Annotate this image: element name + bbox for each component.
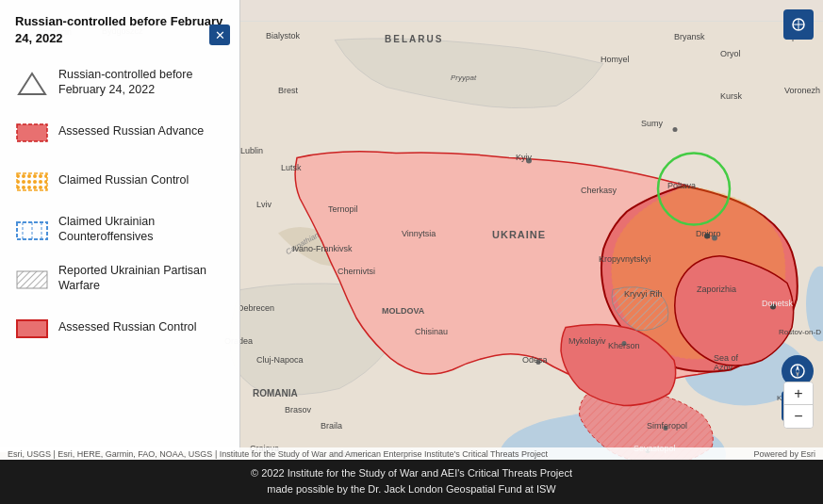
svg-text:Lublin: Lublin xyxy=(240,146,263,155)
claimed-russian-icon xyxy=(15,168,49,196)
svg-text:Braila: Braila xyxy=(321,421,342,431)
svg-text:Chisinau: Chisinau xyxy=(415,327,448,336)
russian-advance-icon xyxy=(15,119,49,147)
legend-item-assessed-russian-ctrl: Assessed Russian Control xyxy=(15,311,224,343)
svg-text:Vinnytsia: Vinnytsia xyxy=(402,229,436,238)
legend-label-assessed-russian-ctrl: Assessed Russian Control xyxy=(58,319,197,334)
svg-text:Homyel: Homyel xyxy=(601,55,630,64)
footer-line1: © 2022 Institute for the Study of War an… xyxy=(9,465,814,482)
svg-text:MOLDOVA: MOLDOVA xyxy=(382,306,425,316)
attribution-text: Esri, USGS | Esri, HERE, Garmin, FAO, NO… xyxy=(8,449,548,459)
svg-text:BELARUS: BELARUS xyxy=(385,34,443,44)
svg-text:Bialystok: Bialystok xyxy=(266,31,301,41)
legend-panel: Russian-controlled before February 24, 2… xyxy=(0,0,240,452)
svg-text:Bryansk: Bryansk xyxy=(674,32,705,41)
svg-text:Debrecen: Debrecen xyxy=(238,303,274,313)
svg-text:Odesa: Odesa xyxy=(522,355,548,365)
svg-text:Simferopol: Simferopol xyxy=(647,421,687,431)
legend-item-claimed-russian: Claimed Russian Control xyxy=(15,164,224,196)
svg-text:Cherkasy: Cherkasy xyxy=(581,186,617,195)
map-icon xyxy=(791,17,806,32)
svg-text:Kryvyi Rih: Kryvyi Rih xyxy=(624,289,663,299)
svg-text:Voronezh: Voronezh xyxy=(784,86,820,95)
legend-item-partisan: Reported Ukrainian Partisan Warfare xyxy=(15,262,224,294)
svg-point-11 xyxy=(673,127,678,132)
map-container[interactable]: Carpathian Mountains xyxy=(0,0,823,504)
compass-icon xyxy=(789,363,806,380)
legend-title: Russian-controlled before February 24, 2… xyxy=(15,13,224,47)
legend-label-russian-controlled: Russian-controlled before February 24, 2… xyxy=(58,67,224,98)
legend-item-russian-controlled: Russian-controlled before February 24, 2… xyxy=(15,66,224,98)
ukrainian-counter-icon xyxy=(15,217,49,245)
svg-text:Brasov: Brasov xyxy=(285,405,312,415)
svg-text:Kyiv: Kyiv xyxy=(516,153,533,162)
svg-text:UKRAINE: UKRAINE xyxy=(492,229,546,240)
svg-text:Donetsk: Donetsk xyxy=(762,299,794,308)
svg-text:Mykolayiv: Mykolayiv xyxy=(568,336,606,346)
svg-rect-77 xyxy=(17,271,47,288)
legend-label-ukrainian-counter: Claimed Ukrainian Counteroffensives xyxy=(58,214,224,245)
svg-marker-68 xyxy=(19,73,45,94)
svg-text:Lutsk: Lutsk xyxy=(281,163,302,172)
svg-text:Kursk: Kursk xyxy=(720,91,743,101)
svg-text:Zaporizhia: Zaporizhia xyxy=(697,285,736,294)
svg-text:ROMANIA: ROMANIA xyxy=(253,388,298,398)
svg-text:Pryypat: Pryypat xyxy=(451,73,477,82)
svg-text:Ternopil: Ternopil xyxy=(328,204,358,214)
svg-text:Sea of: Sea of xyxy=(714,353,739,363)
powered-by-text: Powered by Esri xyxy=(753,449,815,459)
svg-text:Rostov-on-D: Rostov-on-D xyxy=(779,328,821,336)
svg-text:Kherson: Kherson xyxy=(608,341,640,350)
svg-text:Brest: Brest xyxy=(278,86,299,95)
svg-rect-78 xyxy=(17,320,47,337)
svg-rect-69 xyxy=(17,124,47,141)
svg-text:Kropyvnytskyi: Kropyvnytskyi xyxy=(599,254,651,264)
svg-text:Oryol: Oryol xyxy=(720,49,741,58)
map-controls xyxy=(783,9,814,40)
russian-controlled-icon xyxy=(15,70,49,98)
legend-item-russian-advance: Assessed Russian Advance xyxy=(15,115,224,147)
zoom-in-button[interactable]: + xyxy=(784,382,813,405)
svg-text:Sumy: Sumy xyxy=(641,119,664,128)
footer-line2: made possible by the Dr. Jack London Geo… xyxy=(9,481,814,498)
assessed-russian-ctrl-icon xyxy=(15,315,49,343)
zoom-out-button[interactable]: − xyxy=(784,405,813,428)
footer-bar: © 2022 Institute for the Study of War an… xyxy=(0,460,823,504)
svg-rect-71 xyxy=(17,173,47,190)
svg-text:Cluj-Napoca: Cluj-Napoca xyxy=(256,355,304,365)
svg-text:Poltava: Poltava xyxy=(667,181,696,190)
legend-label-claimed-russian: Claimed Russian Control xyxy=(58,172,189,187)
zoom-controls: + − xyxy=(783,382,814,429)
legend-close-button[interactable]: ✕ xyxy=(209,24,230,45)
legend-label-partisan: Reported Ukrainian Partisan Warfare xyxy=(58,263,224,294)
map-top-right-button[interactable] xyxy=(783,9,814,40)
svg-text:Ivano-Frankivsk: Ivano-Frankivsk xyxy=(292,244,353,253)
svg-text:Azov: Azov xyxy=(714,363,733,372)
legend-label-russian-advance: Assessed Russian Advance xyxy=(58,123,204,138)
svg-text:Dnipro: Dnipro xyxy=(696,229,721,238)
svg-text:Chernivtsi: Chernivtsi xyxy=(337,267,375,276)
svg-text:Lviv: Lviv xyxy=(256,200,272,209)
partisan-icon xyxy=(15,266,49,294)
legend-item-ukrainian-counter: Claimed Ukrainian Counteroffensives xyxy=(15,213,224,245)
